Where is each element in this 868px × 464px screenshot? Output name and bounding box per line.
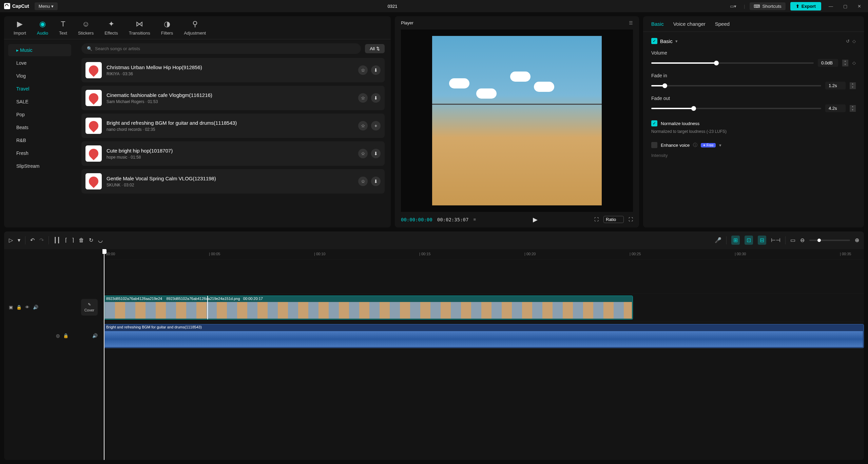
song-item[interactable]: Cute bright hip hop(1018707) hope music … bbox=[81, 141, 385, 166]
ratio-button[interactable]: Ratio bbox=[603, 216, 624, 223]
sidebar-item-pop[interactable]: Pop bbox=[8, 108, 71, 121]
filter-all-button[interactable]: All ⇅ bbox=[365, 44, 385, 53]
redo-icon[interactable]: ↷ bbox=[39, 237, 44, 243]
track-toggle-icon[interactable]: ▣ bbox=[9, 305, 13, 310]
split-icon[interactable]: ┃┃ bbox=[54, 237, 60, 243]
search-input[interactable] bbox=[95, 46, 355, 51]
track-empty[interactable] bbox=[102, 259, 864, 293]
song-action-button[interactable]: + bbox=[371, 121, 381, 130]
chevron-down-icon[interactable]: ▾ bbox=[719, 143, 721, 148]
fadein-value[interactable]: 1.2s bbox=[825, 82, 846, 89]
rotate-icon[interactable]: ↻ bbox=[89, 237, 93, 243]
align-icon[interactable]: ⊢⊣ bbox=[771, 237, 780, 243]
fadeout-slider[interactable] bbox=[651, 108, 821, 109]
fadein-stepper[interactable]: ▴▾ bbox=[850, 82, 856, 89]
zoom-in-icon[interactable]: ⊕ bbox=[855, 237, 859, 243]
basic-checkbox[interactable]: ✓ bbox=[651, 38, 657, 44]
mute-icon[interactable]: 🔊 bbox=[92, 333, 98, 338]
song-item[interactable]: Gentle Male Vocal Spring Calm VLOG(12311… bbox=[81, 169, 385, 194]
favorite-button[interactable]: ☆ bbox=[358, 65, 368, 75]
tab-voice-changer[interactable]: Voice changer bbox=[673, 21, 706, 27]
close-button[interactable]: ✕ bbox=[855, 2, 864, 10]
chevron-down-icon[interactable]: ▾ bbox=[675, 39, 678, 44]
video-clip[interactable]: 8923d85102a76ab4128aa219e24 8923d85102a7… bbox=[104, 296, 633, 320]
layout-icon[interactable]: ▭▾ bbox=[727, 2, 739, 10]
nav-transitions[interactable]: ⋈Transitions bbox=[129, 20, 150, 36]
play-button[interactable]: ▶ bbox=[533, 216, 538, 223]
video-track[interactable]: 8923d85102a76ab4128aa219e24 8923d85102a7… bbox=[102, 293, 864, 322]
tab-speed[interactable]: Speed bbox=[715, 21, 730, 27]
keyframe-icon[interactable]: ◇ bbox=[852, 60, 856, 65]
preview-icon[interactable]: ▭ bbox=[790, 237, 795, 243]
magnet-icon[interactable]: ⊞ bbox=[731, 236, 740, 245]
marker-icon[interactable]: ◡ bbox=[98, 237, 103, 243]
lock-icon[interactable]: 🔒 bbox=[16, 305, 22, 310]
playhead[interactable] bbox=[104, 249, 104, 460]
favorite-button[interactable]: ☆ bbox=[358, 177, 368, 186]
sidebar-item-travel[interactable]: Travel bbox=[8, 83, 71, 95]
maximize-button[interactable]: ▢ bbox=[841, 2, 850, 10]
song-item[interactable]: Cinematic fashionable cafe Vlogbgm(11612… bbox=[81, 86, 385, 110]
enhance-checkbox[interactable] bbox=[651, 142, 657, 148]
nav-audio[interactable]: ◉Audio bbox=[37, 20, 48, 36]
volume-value[interactable]: 0.0dB bbox=[818, 59, 838, 67]
dropdown-icon[interactable]: ▾ bbox=[18, 237, 20, 243]
info-icon[interactable]: ⓘ bbox=[693, 142, 697, 148]
sidebar-item-beats[interactable]: Beats bbox=[8, 121, 71, 134]
audio-track[interactable]: Bright and refreshing BGM for guitar and… bbox=[102, 322, 864, 350]
tab-basic[interactable]: Basic bbox=[651, 21, 664, 27]
song-item[interactable]: Bright and refreshing BGM for guitar and… bbox=[81, 114, 385, 138]
mute-icon[interactable]: 🔊 bbox=[33, 305, 38, 310]
fullscreen-icon[interactable]: ⛶ bbox=[629, 217, 633, 222]
snapshot-icon[interactable]: ⛶ bbox=[594, 217, 599, 222]
shortcuts-button[interactable]: ⌨ Shortcuts bbox=[750, 2, 785, 10]
song-action-button[interactable]: ⬇ bbox=[371, 65, 381, 75]
volume-stepper[interactable]: ▴▾ bbox=[842, 60, 848, 66]
cover-button[interactable]: ✎ Cover bbox=[81, 299, 98, 316]
nav-effects[interactable]: ✦Effects bbox=[104, 20, 118, 36]
nav-filters[interactable]: ◑Filters bbox=[161, 20, 173, 36]
song-action-button[interactable]: ⬇ bbox=[371, 93, 381, 103]
favorite-button[interactable]: ☆ bbox=[358, 121, 368, 130]
list-icon[interactable]: ≡ bbox=[473, 217, 476, 222]
sidebar-item-rnb[interactable]: R&B bbox=[8, 134, 71, 146]
reset-icon[interactable]: ↺ bbox=[846, 39, 850, 44]
minimize-button[interactable]: — bbox=[826, 2, 836, 10]
export-button[interactable]: ⬆ Export bbox=[790, 2, 821, 11]
trim-left-icon[interactable]: ⌈ bbox=[65, 237, 67, 243]
favorite-button[interactable]: ☆ bbox=[358, 149, 368, 158]
song-action-button[interactable]: ⬇ bbox=[371, 177, 381, 186]
audio-clip[interactable]: Bright and refreshing BGM for guitar and… bbox=[104, 324, 864, 348]
fadeout-value[interactable]: 4.2s bbox=[825, 104, 846, 112]
sidebar-item-music[interactable]: ▸Music bbox=[8, 44, 71, 56]
mic-icon[interactable]: 🎤 bbox=[715, 237, 721, 243]
audio-track-icon[interactable]: ◎ bbox=[56, 333, 60, 338]
fadein-slider[interactable] bbox=[651, 85, 821, 86]
song-item[interactable]: Christmas Urban Mellow Hip Hop(912856) R… bbox=[81, 58, 385, 82]
player-preview[interactable] bbox=[401, 29, 633, 212]
nav-import[interactable]: ▶Import bbox=[14, 20, 26, 36]
nav-stickers[interactable]: ☺Stickers bbox=[78, 20, 94, 36]
sidebar-item-sale[interactable]: SALE bbox=[8, 96, 71, 108]
delete-icon[interactable]: 🗑 bbox=[79, 237, 84, 243]
nav-adjustment[interactable]: ⚲Adjustment bbox=[184, 20, 206, 36]
keyframe-icon[interactable]: ◇ bbox=[852, 39, 856, 44]
favorite-button[interactable]: ☆ bbox=[358, 93, 368, 103]
zoom-out-icon[interactable]: ⊖ bbox=[800, 237, 805, 243]
timeline-ruler[interactable]: | 00:00| 00:05| 00:10| 00:15| 00:20| 00:… bbox=[102, 249, 864, 259]
search-box[interactable]: 🔍 bbox=[81, 43, 361, 54]
pointer-icon[interactable]: ▷ bbox=[9, 237, 13, 243]
sidebar-item-love[interactable]: Love bbox=[8, 57, 71, 69]
menu-button[interactable]: Menu ▾ bbox=[35, 2, 58, 10]
undo-icon[interactable]: ↶ bbox=[30, 237, 35, 243]
zoom-slider[interactable] bbox=[809, 240, 850, 241]
trim-right-icon[interactable]: ⌉ bbox=[72, 237, 74, 243]
eye-icon[interactable]: 👁 bbox=[25, 305, 30, 310]
sidebar-item-slipstream[interactable]: SlipStream bbox=[8, 160, 71, 172]
normalize-checkbox[interactable]: ✓ bbox=[651, 120, 657, 126]
sidebar-item-vlog[interactable]: Vlog bbox=[8, 70, 71, 82]
player-menu-icon[interactable]: ☰ bbox=[629, 20, 633, 25]
song-action-button[interactable]: ⬇ bbox=[371, 149, 381, 158]
nav-text[interactable]: TText bbox=[59, 20, 67, 36]
volume-slider[interactable] bbox=[651, 62, 814, 64]
